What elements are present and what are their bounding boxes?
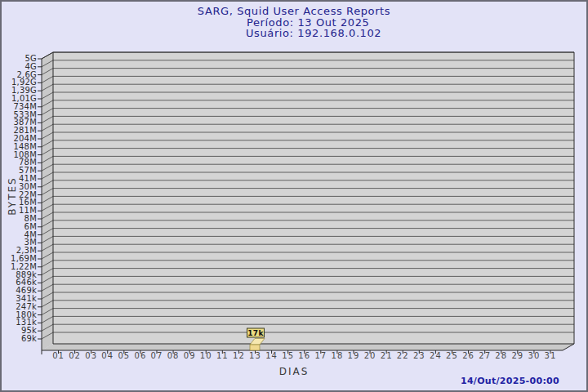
plot-floor xyxy=(42,344,574,350)
y-axis-title: BYTES xyxy=(7,174,18,218)
x-tick-label: 31 xyxy=(540,352,561,360)
bar-front-face xyxy=(250,345,260,350)
bar-value-label: 17k xyxy=(247,329,264,337)
sarg-report-image: SARG, Squid User Access Reports Período:… xyxy=(0,0,588,392)
generated-timestamp: 14/Out/2025-00:00 xyxy=(461,376,559,386)
bar-chart: 17k xyxy=(2,2,588,392)
y-tick-label: 69k xyxy=(2,335,37,343)
